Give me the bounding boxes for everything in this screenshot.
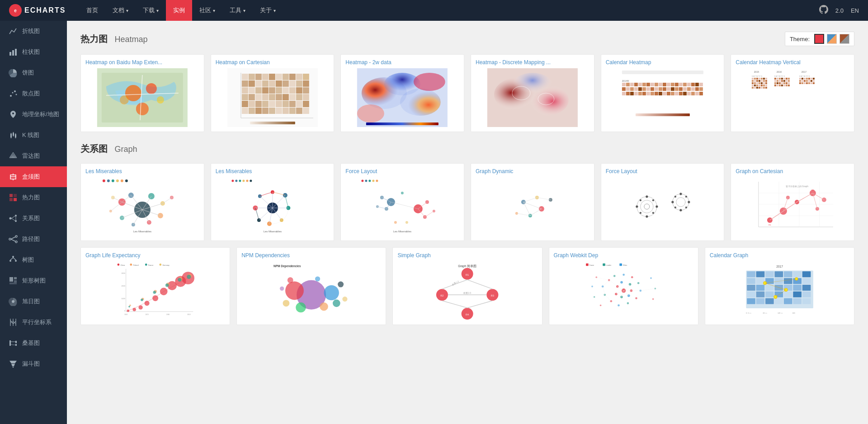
svg-rect-237 (756, 85, 758, 86)
svg-point-536 (627, 302, 629, 305)
svg-point-412 (679, 193, 682, 195)
svg-point-484 (187, 275, 191, 279)
chart-preview-les-mis-2: Les Miserables (216, 177, 330, 236)
svg-point-493 (338, 282, 344, 287)
sidebar-item-radar[interactable]: 雷达图 (0, 146, 67, 166)
svg-text:R2: R2 (812, 189, 815, 191)
svg-rect-569 (774, 271, 783, 277)
logo-text: ECHARTS (24, 6, 66, 14)
svg-rect-199 (658, 92, 662, 95)
chart-preview-heatmap-cartesian: // Rendered via cells below (216, 68, 330, 127)
theme-swatch-orange[interactable] (827, 34, 837, 44)
chart-card-graph-life[interactable]: Graph Life Expectancy China Finland Fran… (80, 247, 230, 325)
nav-about[interactable]: 关于▾ (253, 0, 283, 21)
svg-rect-573 (747, 278, 755, 284)
theme-swatch-brown[interactable] (840, 34, 849, 44)
chart-card-calendar-heatmap[interactable]: Calendar Heatmap 2014年 (601, 54, 725, 132)
svg-rect-154 (638, 83, 642, 86)
sidebar-item-tree[interactable]: 树图 (0, 250, 67, 270)
chart-card-heatmap-discrete[interactable]: Heatmap - Discrete Mapping ... (471, 54, 594, 132)
sidebar-item-funnel[interactable]: 漏斗图 (0, 353, 67, 374)
svg-rect-600 (802, 298, 811, 304)
chart-card-force-layout-2[interactable]: Force Layout (601, 163, 725, 241)
heatmap-title: 热力图 Heatmap (80, 33, 148, 45)
chart-title-force-layout-2: Force Layout (606, 168, 720, 174)
chart-card-force-layout-1[interactable]: Force Layout (340, 163, 464, 241)
svg-rect-158 (654, 83, 658, 86)
sidebar-label-heatmap: 热力图 (22, 193, 40, 202)
svg-rect-113 (255, 101, 261, 107)
nav-docs[interactable]: 文档▾ (105, 0, 136, 21)
sidebar-item-treemap[interactable]: 矩形树图 (0, 270, 67, 291)
sidebar-item-barchart[interactable]: 柱状图 (0, 42, 67, 62)
svg-point-304 (107, 179, 110, 182)
svg-rect-589 (765, 292, 774, 297)
chart-preview-calendar-heatmap: 2014年 (606, 68, 720, 127)
chart-card-graph-webkit[interactable]: Graph Webkit Dep Frame Loader Other (549, 247, 698, 325)
nav-download[interactable]: 下载▾ (136, 0, 166, 21)
sidebar-item-linechart[interactable]: 折线图 (0, 21, 67, 42)
svg-rect-2 (9, 52, 11, 56)
sidebar-item-map[interactable]: 地理坐标/地图 (0, 104, 67, 125)
sidebar-item-sunburst[interactable]: 旭日图 (0, 291, 67, 312)
svg-rect-583 (774, 285, 783, 291)
chart-card-calendar-graph[interactable]: Calendar Graph 2017 (705, 247, 854, 325)
svg-rect-86 (275, 80, 282, 87)
nav-home[interactable]: 首页 (79, 0, 105, 21)
svg-rect-297 (804, 82, 806, 84)
chart-title-graph-life: Graph Life Expectancy (85, 252, 225, 259)
svg-rect-398 (617, 177, 708, 236)
svg-text:权重2-3: 权重2-3 (463, 292, 472, 294)
svg-rect-196 (646, 92, 650, 95)
svg-rect-226 (763, 80, 765, 82)
sidebar-item-sankey[interactable]: 桑基图 (0, 333, 67, 353)
chart-card-simple-graph[interactable]: Simple Graph Graph 简单图 R1 R2 R3 (392, 247, 542, 325)
svg-text:2010: 2010 (187, 314, 190, 316)
svg-rect-130 (302, 108, 309, 114)
svg-rect-77 (282, 74, 288, 80)
svg-rect-120 (302, 101, 309, 107)
svg-point-418 (674, 196, 676, 198)
github-icon[interactable] (819, 5, 828, 16)
sidebar-item-boxplot[interactable]: 盒须图 (0, 166, 67, 187)
svg-point-36 (15, 236, 17, 237)
chart-card-les-mis-2[interactable]: Les Miserables (211, 163, 335, 241)
sidebar-label-barchart: 柱状图 (22, 48, 40, 56)
sidebar-item-parallel[interactable]: 平行坐标系 (0, 312, 67, 333)
svg-rect-263 (786, 80, 788, 82)
svg-rect-27 (9, 198, 13, 201)
nav-examples[interactable]: 实例 (166, 0, 192, 21)
sidebar-item-scatter[interactable]: 散点图 (0, 83, 67, 104)
sidebar-item-piechart[interactable]: 饼图 (0, 62, 67, 83)
chart-card-les-mis-1[interactable]: Les Miserables (80, 163, 204, 241)
theme-swatch-red[interactable] (814, 34, 824, 44)
svg-rect-235 (752, 85, 754, 86)
svg-rect-127 (282, 108, 288, 114)
sidebar-item-graph[interactable]: 关系图 (0, 208, 67, 229)
sidebar-label-radar: 雷达图 (22, 152, 40, 160)
chart-card-graph-cartesian[interactable]: Graph on Cartesian (731, 163, 854, 241)
chart-title-graph-cartesian: Graph on Cartesian (736, 168, 849, 174)
svg-text:0~3 <<: 0~3 << (746, 312, 751, 314)
sidebar-item-lines[interactable]: 路径图 (0, 229, 67, 250)
chart-card-calendar-heatmap-vertical[interactable]: Calendar Heatmap Vertical 2015 S M T W T… (731, 54, 854, 132)
svg-point-137 (357, 104, 384, 122)
sidebar-label-kline: K 线图 (22, 131, 39, 139)
svg-rect-203 (675, 92, 678, 95)
chart-card-heatmap-2w[interactable]: Heatmap - 2w data (340, 54, 464, 132)
lang-label[interactable]: EN (851, 7, 859, 14)
sidebar-item-kline[interactable]: K 线图 (0, 125, 67, 146)
nav-tools[interactable]: 工具▾ (222, 0, 253, 21)
svg-line-32 (12, 216, 15, 218)
chart-card-heatmap-cartesian[interactable]: Heatmap on Cartesian // Rendered via cel… (211, 54, 335, 132)
logo[interactable]: e ECHARTS (9, 4, 66, 17)
chart-card-heatmap-baidu[interactable]: Heatmap on Baidu Map Exten... (80, 54, 204, 132)
sidebar-label-treemap: 矩形树图 (22, 277, 46, 285)
version-label: 2.0 (835, 7, 844, 14)
svg-text:R1: R1 (466, 273, 469, 276)
nav-community[interactable]: 社区▾ (192, 0, 222, 21)
chart-card-graph-dynamic[interactable]: Graph Dynamic (471, 163, 594, 241)
chart-card-npm-deps[interactable]: NPM Dependencies NPM Dependencies (236, 247, 386, 325)
sidebar-item-heatmap[interactable]: 热力图 (0, 187, 67, 208)
heatmap-section: 热力图 Heatmap Theme: Heatmap on Baidu Map … (80, 32, 854, 132)
